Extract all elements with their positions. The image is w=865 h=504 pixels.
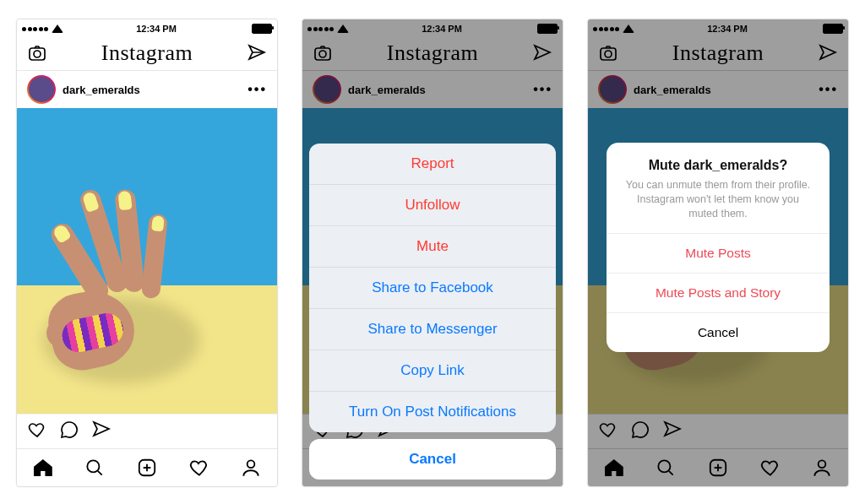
app-logo: Instagram (101, 41, 193, 66)
post-image[interactable] (17, 108, 277, 414)
tab-activity-icon[interactable] (188, 457, 210, 479)
tab-profile-icon[interactable] (240, 457, 262, 479)
action-sheet: Report Unfollow Mute Share to Facebook S… (309, 144, 556, 480)
like-icon[interactable] (27, 420, 47, 443)
alert-cancel[interactable]: Cancel (607, 312, 830, 352)
svg-point-1 (34, 51, 41, 57)
phone-feed: 12:34 PM Instagram dark_emeralds ••• (16, 19, 278, 487)
sheet-unfollow[interactable]: Unfollow (309, 184, 556, 225)
tab-home-icon[interactable] (32, 457, 54, 479)
phone-mute-alert: 12:34 PM Instagram dark_emeralds••• Mute… (587, 19, 849, 487)
alert-title: Mute dark_emeralds? (625, 158, 811, 173)
comment-icon[interactable] (59, 420, 79, 443)
tab-add-icon[interactable] (136, 457, 158, 479)
svg-point-2 (88, 460, 100, 472)
post-actions (17, 414, 277, 448)
tab-bar (17, 448, 277, 486)
post-options-icon[interactable]: ••• (248, 82, 267, 97)
svg-rect-0 (30, 48, 45, 60)
phone-action-sheet: 12:34 PM Instagram dark_emeralds••• Repo… (302, 19, 563, 487)
battery-icon (252, 24, 272, 34)
sheet-cancel[interactable]: Cancel (309, 439, 556, 480)
alert-body: You can unmute them from their profile. … (625, 178, 811, 221)
camera-icon[interactable] (27, 43, 47, 63)
alert-mute-posts[interactable]: Mute Posts (607, 233, 830, 273)
sheet-report[interactable]: Report (309, 144, 556, 184)
alert-mute-posts-story[interactable]: Mute Posts and Story (607, 273, 830, 312)
app-header: Instagram (17, 36, 277, 71)
sheet-share-facebook[interactable]: Share to Facebook (309, 267, 556, 308)
sheet-mute[interactable]: Mute (309, 225, 556, 267)
avatar[interactable] (27, 75, 56, 104)
wifi-icon (52, 24, 63, 33)
sheet-copy-link[interactable]: Copy Link (309, 350, 556, 391)
post-header: dark_emeralds ••• (17, 71, 277, 108)
sheet-share-messenger[interactable]: Share to Messenger (309, 308, 556, 350)
signal-icon (22, 27, 48, 31)
status-bar: 12:34 PM (17, 19, 277, 36)
share-icon[interactable] (91, 420, 112, 443)
post-username[interactable]: dark_emeralds (63, 84, 140, 96)
mute-alert: Mute dark_emeralds? You can unmute them … (607, 143, 830, 352)
status-time: 12:34 PM (136, 24, 177, 34)
direct-icon[interactable] (247, 43, 267, 63)
action-sheet-group: Report Unfollow Mute Share to Facebook S… (309, 144, 556, 432)
tab-search-icon[interactable] (84, 457, 106, 479)
svg-point-4 (248, 460, 255, 468)
sheet-post-notifications[interactable]: Turn On Post Notifications (309, 391, 556, 432)
